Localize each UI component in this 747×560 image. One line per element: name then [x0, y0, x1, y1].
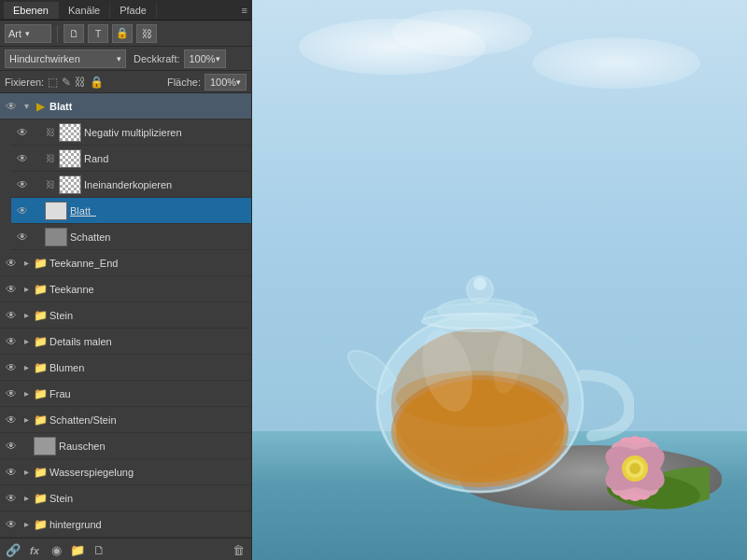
thumb-rand — [59, 149, 81, 168]
eye-teekanne[interactable]: 👁 — [4, 283, 19, 296]
cloud-2 — [392, 9, 532, 56]
eye-teekanne-end[interactable]: 👁 — [4, 257, 19, 270]
layer-teekanne[interactable]: 👁 ▸ 📁 Teekanne — [0, 276, 251, 302]
panel-options-icon[interactable]: ≡ — [242, 5, 247, 16]
expand-schatten-stein[interactable]: ▸ — [21, 414, 31, 425]
eye-schatten-stein[interactable]: 👁 — [4, 413, 19, 427]
layer-ineinander[interactable]: 👁 ▸ ⛓ Ineinanderkopieren — [11, 172, 251, 198]
layer-name-blatt: Blatt — [49, 101, 72, 112]
expand-hintergrund[interactable]: ▸ — [21, 519, 31, 529]
eye-icon-blatt-sel[interactable]: 👁 — [15, 204, 30, 217]
layer-name-hintergrund: hintergrund — [49, 519, 102, 530]
layer-hintergrund[interactable]: 👁 ▸ 📁 hintergrund — [0, 511, 251, 538]
layer-frau[interactable]: 👁 ▸ 📁 Frau — [0, 381, 251, 407]
blend-mode-select[interactable]: Hindurchwirken — [5, 49, 126, 68]
expand-details[interactable]: ▸ — [21, 336, 31, 346]
eye-wasserspiegel[interactable]: 👁 — [4, 466, 19, 479]
folder-teekanne-end: 📁 — [34, 257, 47, 270]
layer-name-rauschen: Rauschen — [59, 441, 106, 452]
fill-input[interactable]: 100% — [204, 74, 247, 91]
layer-schatten[interactable]: 👁 ▸ Schatten — [11, 224, 251, 250]
expand-blatt-sel[interactable]: ▸ — [33, 205, 42, 216]
eye-rauschen[interactable]: 👁 — [4, 440, 19, 453]
expand-wasserspiegel[interactable]: ▸ — [21, 467, 31, 477]
lock-move-icon[interactable]: ✎ — [62, 76, 71, 89]
layer-name-teekanne: Teekanne — [49, 284, 94, 295]
eye-icon-blatt[interactable]: 👁 — [4, 100, 19, 113]
expand-negativ[interactable]: ▸ — [33, 127, 42, 137]
lock-icon-btn[interactable]: 🔒 — [112, 24, 133, 43]
tab-ebenen[interactable]: Ebenen — [4, 2, 59, 19]
tab-pfade[interactable]: Pfade — [110, 2, 157, 19]
layer-name-details: Details malen — [49, 336, 112, 347]
layer-name-stein2: Stein — [49, 493, 73, 504]
new-layer-icon-btn[interactable]: 🗋 — [63, 24, 84, 43]
opacity-input[interactable]: 100% — [184, 49, 226, 68]
new-adjustment-button[interactable]: ◉ — [47, 541, 65, 560]
layer-type-select[interactable]: Art — [5, 24, 51, 43]
fx-button[interactable]: fx — [25, 541, 44, 560]
layer-blatt-sel[interactable]: 👁 ▸ Blatt_ — [11, 198, 251, 224]
layer-rand[interactable]: 👁 ▸ ⛓ Rand — [11, 146, 251, 172]
expand-rauschen[interactable]: ▸ — [21, 441, 31, 451]
eye-stein[interactable]: 👁 — [4, 309, 19, 322]
eye-icon-ineinander[interactable]: 👁 — [15, 178, 30, 191]
folder-blumen: 📁 — [34, 361, 47, 374]
link-icon-btn[interactable]: ⛓ — [136, 24, 157, 43]
lock-artboard-icon[interactable]: ⛓ — [75, 76, 86, 89]
tab-bar: Ebenen Kanäle Pfade ≡ — [0, 0, 251, 21]
eye-icon-rand[interactable]: 👁 — [15, 152, 30, 165]
layer-details[interactable]: 👁 ▸ 📁 Details malen — [0, 329, 251, 355]
lock-all-icon[interactable]: 🔒 — [90, 76, 104, 89]
expand-stein[interactable]: ▸ — [21, 310, 31, 320]
folder-icon-blatt: ▶ — [34, 100, 47, 113]
layers-list: 👁 ▾ ▶ Blatt 👁 ▸ ⛓ Negativ multiplizieren… — [0, 93, 251, 538]
layer-name-rand: Rand — [84, 153, 108, 164]
expand-teekanne-end[interactable]: ▸ — [21, 258, 31, 268]
expand-stein2[interactable]: ▸ — [21, 493, 31, 503]
canvas-area — [252, 0, 747, 560]
layer-rauschen[interactable]: 👁 ▸ Rauschen — [0, 433, 251, 459]
expand-blumen[interactable]: ▸ — [21, 362, 31, 372]
eye-blumen[interactable]: 👁 — [4, 361, 19, 374]
link-layers-button[interactable]: 🔗 — [4, 541, 22, 560]
folder-hintergrund: 📁 — [34, 518, 47, 531]
fill-label: Fläche: — [167, 77, 201, 88]
eye-hintergrund[interactable]: 👁 — [4, 518, 19, 531]
eye-details[interactable]: 👁 — [4, 335, 19, 348]
lock-pixels-icon[interactable]: ⬚ — [48, 76, 58, 89]
opacity-label: Deckkraft: — [134, 53, 180, 64]
layer-name-schatten: Schatten — [70, 231, 110, 243]
layer-stein2[interactable]: 👁 ▸ 📁 Stein — [0, 485, 251, 511]
layer-name-ineinander: Ineinanderkopieren — [84, 179, 172, 190]
expand-ineinander[interactable]: ▸ — [33, 179, 42, 189]
layer-stein[interactable]: 👁 ▸ 📁 Stein — [0, 302, 251, 329]
new-group-button[interactable]: 📁 — [68, 541, 87, 560]
layer-wasserspiegel[interactable]: 👁 ▸ 📁 Wasserspiegelung — [0, 459, 251, 485]
layer-negativ[interactable]: 👁 ▸ ⛓ Negativ multiplizieren — [11, 119, 251, 146]
svg-point-9 — [396, 371, 564, 427]
layer-blatt-group[interactable]: 👁 ▾ ▶ Blatt — [0, 93, 251, 119]
eye-stein2[interactable]: 👁 — [4, 492, 19, 505]
eye-icon-negativ[interactable]: 👁 — [15, 126, 30, 139]
new-layer-button[interactable]: 🗋 — [90, 541, 108, 560]
expand-teekanne[interactable]: ▸ — [21, 284, 31, 294]
layer-teekanne-end[interactable]: 👁 ▸ 📁 Teekanne_End — [0, 250, 251, 276]
text-icon-btn[interactable]: T — [88, 24, 108, 43]
expand-rand[interactable]: ▸ — [33, 153, 42, 163]
tab-kanaele[interactable]: Kanäle — [59, 2, 110, 19]
eye-icon-schatten[interactable]: 👁 — [15, 231, 30, 244]
blend-row: Hindurchwirken Deckkraft: 100% — [0, 47, 251, 71]
thumb-negativ — [59, 123, 81, 142]
folder-details: 📁 — [34, 335, 47, 348]
delete-layer-button[interactable]: 🗑 — [229, 541, 247, 560]
expand-blatt[interactable]: ▾ — [21, 101, 31, 111]
lock-label: Fixieren: — [5, 77, 44, 88]
thumb-ineinander — [59, 175, 81, 194]
layer-schatten-stein[interactable]: 👁 ▸ 📁 Schatten/Stein — [0, 407, 251, 433]
layer-blumen[interactable]: 👁 ▸ 📁 Blumen — [0, 355, 251, 381]
expand-frau[interactable]: ▸ — [21, 388, 31, 399]
thumb-blatt-sel — [45, 202, 67, 220]
eye-frau[interactable]: 👁 — [4, 387, 19, 400]
expand-schatten[interactable]: ▸ — [33, 231, 42, 242]
